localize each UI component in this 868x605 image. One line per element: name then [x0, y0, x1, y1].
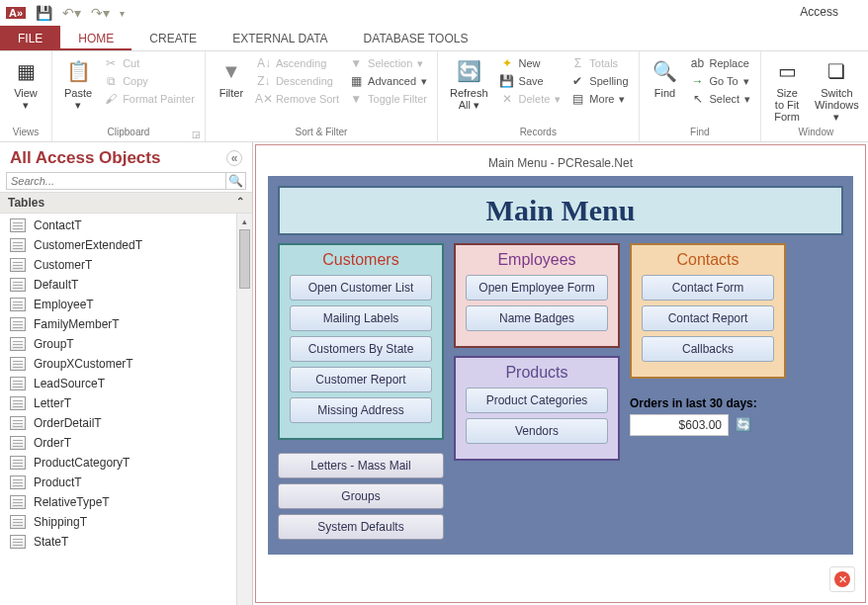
- table-icon: [10, 218, 26, 232]
- table-leadsourcet[interactable]: LeadSourceT: [0, 374, 236, 393]
- table-label: FamilyMemberT: [34, 317, 120, 331]
- table-familymembert[interactable]: FamilyMemberT: [0, 314, 236, 334]
- table-statet[interactable]: StateT: [0, 532, 236, 552]
- collapse-icon[interactable]: ⌃: [236, 196, 244, 210]
- save-icon[interactable]: 💾: [36, 5, 52, 21]
- callbacks-button[interactable]: Callbacks: [642, 336, 774, 362]
- cut-button[interactable]: ✂Cut: [102, 55, 197, 71]
- table-icon: [10, 298, 26, 311]
- tab-file[interactable]: FILE: [0, 26, 60, 50]
- orders-label: Orders in last 30 days:: [630, 396, 786, 410]
- dialog-launcher-icon[interactable]: ◲: [192, 130, 201, 139]
- tab-external-data[interactable]: EXTERNAL DATA: [215, 26, 345, 50]
- toggle-filter-button[interactable]: ▼Toggle Filter: [347, 91, 429, 107]
- table-icon: [10, 436, 26, 450]
- advanced-button[interactable]: ▦Advanced ▾: [347, 73, 429, 89]
- totals-button[interactable]: ΣTotals: [568, 55, 630, 71]
- copy-button[interactable]: ⧉Copy: [102, 73, 197, 89]
- name-badges-button[interactable]: Name Badges: [466, 305, 608, 331]
- open-customer-list-button[interactable]: Open Customer List: [290, 275, 432, 301]
- descending-button[interactable]: Z↓Descending: [255, 73, 341, 89]
- tab-create[interactable]: CREATE: [131, 26, 215, 50]
- view-button[interactable]: ▦ View▾: [8, 55, 43, 113]
- table-productt[interactable]: ProductT: [0, 473, 236, 492]
- replace-icon: ab: [691, 56, 705, 70]
- table-label: ContactT: [34, 218, 82, 232]
- product-categories-button[interactable]: Product Categories: [466, 388, 608, 413]
- groups-button[interactable]: Groups: [278, 483, 444, 509]
- search-input[interactable]: [6, 172, 226, 190]
- search-icon[interactable]: 🔍: [226, 172, 246, 190]
- refresh-all-button[interactable]: 🔄 Refresh All ▾: [446, 55, 492, 113]
- contact-report-button[interactable]: Contact Report: [642, 305, 774, 331]
- table-shippingt[interactable]: ShippingT: [0, 512, 236, 532]
- new-button[interactable]: ✦New: [498, 55, 564, 71]
- table-icon: [10, 416, 26, 430]
- contacts-title: Contacts: [642, 251, 774, 269]
- select-icon: ↖: [691, 92, 705, 106]
- table-groupxcustomert[interactable]: GroupXCustomerT: [0, 354, 236, 374]
- table-customerextendedt[interactable]: CustomerExtendedT: [0, 235, 236, 255]
- goto-icon: →: [691, 74, 705, 88]
- undo-icon[interactable]: ↶▾: [62, 5, 81, 21]
- open-employee-form-button[interactable]: Open Employee Form: [466, 275, 608, 301]
- more-button[interactable]: ▤More ▾: [568, 91, 630, 107]
- replace-button[interactable]: abReplace: [689, 55, 753, 71]
- chevron-left-icon[interactable]: «: [226, 150, 242, 166]
- refresh-icon: 🔄: [455, 57, 482, 85]
- table-productcategoryt[interactable]: ProductCategoryT: [0, 453, 236, 473]
- system-defaults-button[interactable]: System Defaults: [278, 514, 444, 540]
- switch-windows-button[interactable]: ❏ Switch Windows▾: [811, 55, 863, 125]
- customer-report-button[interactable]: Customer Report: [290, 367, 432, 392]
- contact-form-button[interactable]: Contact Form: [642, 275, 774, 301]
- goto-button[interactable]: →Go To ▾: [689, 73, 753, 89]
- letters-mass-mail-button[interactable]: Letters - Mass Mail: [278, 453, 444, 478]
- table-icon: [10, 258, 26, 272]
- select-button[interactable]: ↖Select ▾: [689, 91, 753, 107]
- orders-summary: Orders in last 30 days: $603.00 🔄: [630, 396, 786, 436]
- refresh-orders-icon[interactable]: 🔄: [736, 417, 753, 435]
- redo-icon[interactable]: ↷▾: [91, 5, 110, 21]
- table-defaultt[interactable]: DefaultT: [0, 275, 236, 295]
- scroll-up-icon[interactable]: ▴: [237, 214, 252, 229]
- table-orderdetailt[interactable]: OrderDetailT: [0, 413, 236, 433]
- spelling-button[interactable]: ✔Spelling: [568, 73, 630, 89]
- nav-header[interactable]: All Access Objects «: [0, 142, 252, 170]
- delete-button[interactable]: ✕Delete ▾: [498, 91, 564, 107]
- products-title: Products: [466, 364, 608, 382]
- table-employeet[interactable]: EmployeeT: [0, 295, 236, 314]
- customers-by-state-button[interactable]: Customers By State: [290, 336, 432, 362]
- close-button[interactable]: ✕: [829, 566, 855, 592]
- table-relativetypet[interactable]: RelativeTypeT: [0, 492, 236, 512]
- table-lettert[interactable]: LetterT: [0, 393, 236, 413]
- size-to-fit-button[interactable]: ▭ Size to Fit Form: [769, 55, 805, 125]
- table-customert[interactable]: CustomerT: [0, 255, 236, 275]
- qat-customize-icon[interactable]: ▾: [120, 8, 125, 19]
- tab-home[interactable]: HOME: [60, 26, 131, 50]
- save-record-button[interactable]: 💾Save: [498, 73, 564, 89]
- tab-database-tools[interactable]: DATABASE TOOLS: [346, 26, 486, 50]
- paste-button[interactable]: 📋 Paste▾: [60, 55, 96, 113]
- selection-button[interactable]: ▼Selection ▾: [347, 55, 429, 71]
- table-icon: [10, 515, 26, 529]
- table-ordert[interactable]: OrderT: [0, 433, 236, 453]
- table-contactt[interactable]: ContactT: [0, 216, 236, 235]
- ascending-button[interactable]: A↓Ascending: [255, 55, 341, 71]
- vendors-button[interactable]: Vendors: [466, 418, 608, 444]
- tables-section-header[interactable]: Tables ⌃: [0, 192, 252, 214]
- missing-address-button[interactable]: Missing Address: [290, 397, 432, 423]
- scrollbar[interactable]: ▴: [236, 214, 252, 605]
- filter-button[interactable]: ▼ Filter: [214, 55, 249, 101]
- table-icon: [10, 278, 26, 292]
- remove-sort-button[interactable]: A✕Remove Sort: [255, 91, 341, 107]
- mailing-labels-button[interactable]: Mailing Labels: [290, 305, 432, 331]
- find-button[interactable]: 🔍 Find: [648, 55, 683, 101]
- table-label: LeadSourceT: [34, 377, 105, 390]
- group-views: ▦ View▾ Views: [0, 51, 52, 141]
- scroll-thumb[interactable]: [239, 229, 250, 289]
- table-groupt[interactable]: GroupT: [0, 334, 236, 354]
- title-bar: A» 💾 ↶▾ ↷▾ ▾ Access: [0, 0, 868, 26]
- group-clipboard: 📋 Paste▾ ✂Cut ⧉Copy 🖌Format Painter Clip…: [52, 51, 206, 141]
- toggle-filter-icon: ▼: [349, 92, 363, 106]
- format-painter-button[interactable]: 🖌Format Painter: [102, 91, 197, 107]
